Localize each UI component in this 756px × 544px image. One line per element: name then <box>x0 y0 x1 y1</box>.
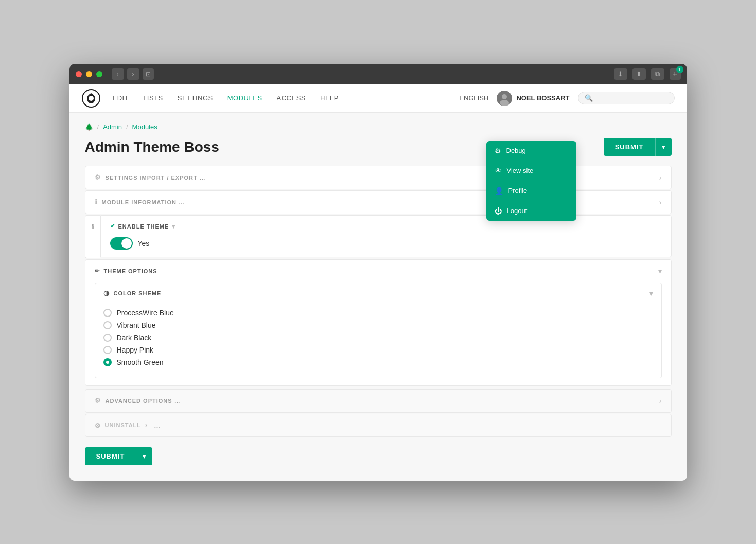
radio-circle-smooth-green <box>103 358 112 366</box>
advanced-options-header[interactable]: ⚙ ADVANCED OPTIONS … › <box>85 390 671 412</box>
color-scheme-section: ◑ COLOR SHEME ▾ ProcessWire Blue Vibrant… <box>95 283 662 378</box>
enable-theme-body: Yes <box>101 235 671 257</box>
back-button[interactable]: ‹ <box>112 68 124 80</box>
uninstall-arrow: › <box>145 422 148 429</box>
enable-theme-caret: ▾ <box>172 223 175 230</box>
breadcrumb: 🌲 / Admin / Modules <box>85 123 672 131</box>
theme-options-body: ◑ COLOR SHEME ▾ ProcessWire Blue Vibrant… <box>85 283 671 385</box>
content-area: 🌲 / Admin / Modules Admin Theme Boss SUB… <box>69 113 687 481</box>
uninstall-panel: ⊗ UNINSTALL › … <box>85 414 672 437</box>
theme-options-title: ✏ THEME OPTIONS <box>95 268 157 274</box>
advanced-options-chevron: › <box>659 397 662 405</box>
uninstall-suffix: … <box>154 422 161 429</box>
uninstall-header[interactable]: ⊗ UNINSTALL › … <box>85 414 671 436</box>
search-icon: 🔍 <box>585 94 593 102</box>
theme-options-chevron: ▾ <box>658 267 662 275</box>
module-info-header[interactable]: ℹ MODULE INFORMATION … › <box>85 191 671 214</box>
forward-button[interactable]: › <box>127 68 139 80</box>
user-avatar <box>497 91 512 106</box>
color-scheme-body: ProcessWire Blue Vibrant Blue Dark Black <box>95 304 661 378</box>
settings-import-chevron: › <box>659 173 662 182</box>
enable-theme-check-icon: ✔ <box>110 223 115 230</box>
dropdown-debug[interactable]: ⚙ Debug <box>486 141 576 161</box>
dropdown-profile[interactable]: 👤 Profile <box>486 181 576 201</box>
settings-import-title: ⚙ SETTINGS IMPORT / EXPORT … <box>95 173 206 181</box>
enable-theme-toggle[interactable] <box>110 237 133 250</box>
radio-circle-happy-pink <box>103 346 112 354</box>
breadcrumb-home-icon[interactable]: 🌲 <box>85 123 93 131</box>
download-button[interactable]: ⬇ <box>614 68 627 80</box>
breadcrumb-admin[interactable]: Admin <box>103 123 122 131</box>
radio-vibrant-blue[interactable]: Vibrant Blue <box>103 321 653 329</box>
radio-circle-vibrant-blue <box>103 321 112 329</box>
color-scheme-title: ◑ COLOR SHEME <box>103 289 162 297</box>
module-info-icon: ℹ <box>95 198 98 206</box>
submit-button-top[interactable]: SUBMIT <box>604 138 655 156</box>
logo[interactable] <box>82 89 100 108</box>
nav-modules[interactable]: MODULES <box>227 92 262 104</box>
settings-import-panel: ⚙ SETTINGS IMPORT / EXPORT … › <box>85 166 672 189</box>
user-menu-trigger[interactable]: NOEL BOSSART <box>497 91 569 106</box>
main-window: ‹ › ⊡ ⬇ ⬆ ⧉ + 1 EDIT LISTS SETTINGS <box>69 64 687 481</box>
titlebar-right: ⬇ ⬆ ⧉ + 1 <box>614 68 681 80</box>
language-selector[interactable]: ENGLISH <box>459 94 488 102</box>
submit-dropdown-top[interactable]: ▾ <box>655 138 672 156</box>
svg-point-1 <box>89 96 94 101</box>
uninstall-icon: ⊗ <box>95 422 101 429</box>
dropdown-debug-label: Debug <box>506 147 526 154</box>
nav-access[interactable]: ACCESS <box>277 92 306 104</box>
dropdown-logout[interactable]: ⏻ Logout <box>486 201 576 221</box>
minimize-button[interactable] <box>86 71 92 77</box>
submit-dropdown-bottom[interactable]: ▾ <box>136 447 152 465</box>
half-circle-icon: ◑ <box>103 289 110 297</box>
color-scheme-header[interactable]: ◑ COLOR SHEME ▾ <box>95 283 661 304</box>
fullscreen-button[interactable]: ⧉ <box>651 68 664 80</box>
main-nav: EDIT LISTS SETTINGS MODULES ACCESS HELP … <box>69 84 687 113</box>
nav-edit[interactable]: EDIT <box>113 92 129 104</box>
search-input[interactable] <box>596 94 668 102</box>
maximize-button[interactable] <box>96 71 102 77</box>
radio-circle-dark-black <box>103 334 112 342</box>
nav-items: EDIT LISTS SETTINGS MODULES ACCESS HELP <box>113 92 339 104</box>
radio-processwire-blue[interactable]: ProcessWire Blue <box>103 309 653 317</box>
split-view-button[interactable]: ⊡ <box>143 68 154 80</box>
profile-icon: 👤 <box>495 187 503 195</box>
radio-dark-black[interactable]: Dark Black <box>103 334 653 342</box>
breadcrumb-sep-1: / <box>97 123 99 131</box>
radio-smooth-green[interactable]: Smooth Green <box>103 358 653 366</box>
pencil-icon: ✏ <box>95 268 100 274</box>
advanced-options-icon: ⚙ <box>95 397 101 405</box>
toggle-knob <box>121 238 132 249</box>
enable-theme-row: ℹ ✔ ENABLE THEME ▾ Yes <box>85 215 672 258</box>
nav-settings[interactable]: SETTINGS <box>178 92 213 104</box>
settings-import-header[interactable]: ⚙ SETTINGS IMPORT / EXPORT … › <box>85 166 671 189</box>
module-info-chevron: › <box>659 198 662 206</box>
enable-theme-info-icon: ℹ <box>92 223 94 231</box>
breadcrumb-sep-2: / <box>126 123 128 131</box>
color-scheme-chevron: ▾ <box>649 289 653 297</box>
advanced-options-title: ⚙ ADVANCED OPTIONS … <box>95 397 181 405</box>
enable-theme-header[interactable]: ✔ ENABLE THEME ▾ <box>101 216 671 235</box>
settings-import-icon: ⚙ <box>95 173 101 181</box>
radio-circle-pw-blue <box>103 309 112 317</box>
svg-point-3 <box>502 94 507 99</box>
breadcrumb-modules[interactable]: Modules <box>132 123 157 131</box>
nav-help[interactable]: HELP <box>320 92 339 104</box>
share-button[interactable]: ⬆ <box>632 68 646 80</box>
search-box[interactable]: 🔍 <box>578 92 675 104</box>
toggle-yes-label: Yes <box>138 239 150 248</box>
close-button[interactable] <box>76 71 82 77</box>
nav-right: ENGLISH NOEL BOSSART 🔍 <box>459 91 674 106</box>
radio-happy-pink[interactable]: Happy Pink <box>103 346 653 354</box>
logout-icon: ⏻ <box>495 207 502 215</box>
tab-badge: 1 <box>676 66 683 73</box>
dropdown-profile-label: Profile <box>508 187 528 195</box>
nav-lists[interactable]: LISTS <box>143 92 163 104</box>
module-info-title: ℹ MODULE INFORMATION … <box>95 198 185 206</box>
dropdown-view-site[interactable]: 👁 View site <box>486 161 576 181</box>
submit-button-bottom[interactable]: SUBMIT <box>85 447 136 465</box>
advanced-options-panel: ⚙ ADVANCED OPTIONS … › <box>85 389 672 413</box>
theme-options-header[interactable]: ✏ THEME OPTIONS ▾ <box>85 260 671 283</box>
user-name: NOEL BOSSART <box>516 94 569 102</box>
bottom-submit-group: SUBMIT ▾ <box>85 447 672 465</box>
